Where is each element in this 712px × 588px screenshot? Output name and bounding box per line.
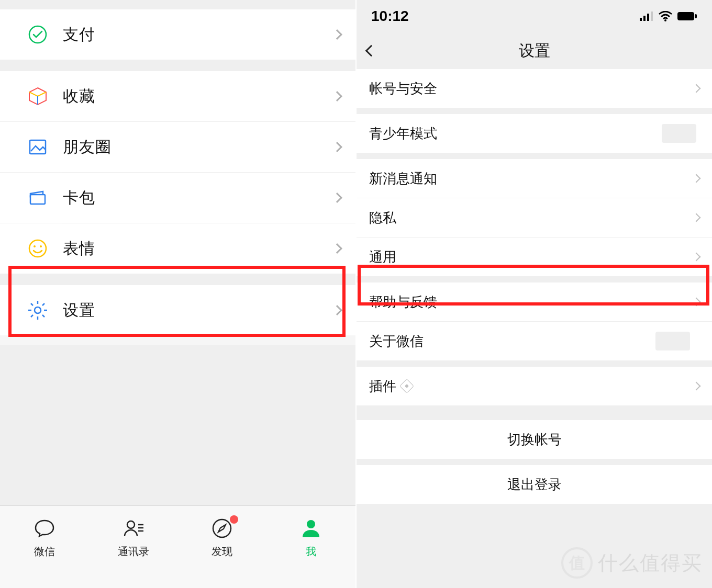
row-about[interactable]: 关于微信 bbox=[357, 322, 712, 360]
wifi-icon bbox=[659, 11, 672, 21]
svg-rect-21 bbox=[640, 18, 642, 21]
svg-rect-23 bbox=[647, 14, 649, 21]
row-logout[interactable]: 退出登录 bbox=[357, 465, 712, 504]
svg-rect-24 bbox=[651, 12, 653, 21]
row-emoji[interactable]: 表情 bbox=[0, 223, 355, 274]
status-time: 10:12 bbox=[371, 8, 409, 25]
row-moments-label: 朋友圈 bbox=[63, 137, 333, 158]
contacts-icon bbox=[123, 517, 144, 539]
notification-badge bbox=[230, 515, 238, 524]
left-screen: 支付 收藏 bbox=[0, 0, 357, 588]
row-teen-mode[interactable]: 青少年模式 bbox=[357, 114, 712, 153]
svg-point-3 bbox=[29, 240, 46, 257]
chevron-right-icon bbox=[692, 174, 701, 183]
chevron-right-icon bbox=[692, 298, 701, 307]
chevron-right-icon bbox=[692, 84, 701, 93]
chat-bubble-icon bbox=[34, 517, 55, 539]
svg-line-14 bbox=[31, 315, 33, 317]
tab-chat-label: 微信 bbox=[34, 545, 55, 559]
smile-icon bbox=[24, 238, 51, 259]
signal-icon bbox=[640, 12, 653, 21]
svg-point-6 bbox=[35, 307, 41, 313]
svg-point-0 bbox=[29, 26, 46, 43]
row-emoji-label: 表情 bbox=[63, 238, 333, 259]
pay-icon bbox=[24, 24, 51, 45]
row-account-security[interactable]: 帐号与安全 bbox=[357, 69, 712, 108]
row-favorites-label: 收藏 bbox=[63, 86, 333, 107]
tab-contacts-label: 通讯录 bbox=[118, 545, 149, 559]
svg-point-19 bbox=[213, 519, 231, 537]
chevron-right-icon bbox=[332, 142, 342, 152]
tab-contacts[interactable]: 通讯录 bbox=[89, 506, 178, 588]
svg-point-5 bbox=[40, 245, 42, 247]
row-pay-label: 支付 bbox=[63, 24, 333, 46]
svg-rect-2 bbox=[30, 195, 45, 204]
blurred-badge bbox=[655, 332, 690, 350]
blurred-badge bbox=[662, 124, 696, 143]
svg-rect-26 bbox=[677, 12, 694, 20]
row-moments[interactable]: 朋友圈 bbox=[0, 122, 355, 172]
row-switch-account[interactable]: 切换帐号 bbox=[357, 420, 712, 459]
plugin-icon bbox=[399, 379, 414, 393]
left-scroll-area: 支付 收藏 bbox=[0, 0, 355, 345]
svg-point-25 bbox=[664, 19, 666, 21]
right-screen: 10:12 bbox=[357, 0, 712, 588]
row-settings-label: 设置 bbox=[63, 300, 333, 321]
row-privacy[interactable]: 隐私 bbox=[357, 198, 712, 237]
row-pay[interactable]: 支付 bbox=[0, 9, 355, 60]
chevron-right-icon bbox=[332, 305, 342, 315]
row-new-message-notify[interactable]: 新消息通知 bbox=[357, 159, 712, 198]
svg-line-11 bbox=[31, 303, 33, 306]
chevron-right-icon bbox=[692, 253, 701, 262]
svg-rect-22 bbox=[643, 16, 646, 21]
row-general[interactable]: 通用 bbox=[357, 238, 712, 276]
wallet-icon bbox=[24, 187, 51, 208]
svg-rect-27 bbox=[695, 14, 697, 18]
right-scroll-area: 帐号与安全 青少年模式 新消息通知 隐私 通用 bbox=[357, 69, 712, 588]
battery-icon bbox=[677, 12, 697, 21]
row-plugin[interactable]: 插件 bbox=[357, 367, 712, 405]
nav-title: 设置 bbox=[357, 40, 712, 62]
gear-icon bbox=[24, 300, 51, 321]
watermark: 值 什么值得买 bbox=[561, 547, 703, 579]
chevron-right-icon bbox=[332, 193, 342, 203]
row-help-feedback[interactable]: 帮助与反馈 bbox=[357, 282, 712, 321]
tab-me[interactable]: 我 bbox=[266, 506, 355, 588]
person-icon bbox=[300, 517, 322, 539]
svg-line-12 bbox=[42, 315, 44, 317]
row-settings[interactable]: 设置 bbox=[0, 285, 355, 335]
chevron-right-icon bbox=[332, 243, 342, 254]
status-bar: 10:12 bbox=[357, 0, 712, 32]
tab-discover-label: 发现 bbox=[212, 545, 232, 559]
svg-point-15 bbox=[127, 521, 135, 528]
cube-icon bbox=[24, 86, 51, 107]
svg-point-20 bbox=[307, 520, 315, 528]
watermark-text: 什么值得买 bbox=[598, 550, 703, 576]
tab-me-label: 我 bbox=[306, 545, 316, 559]
svg-point-4 bbox=[34, 245, 36, 247]
watermark-badge: 值 bbox=[561, 547, 593, 579]
nav-bar: 设置 bbox=[357, 32, 712, 69]
tab-chat[interactable]: 微信 bbox=[0, 506, 89, 588]
chevron-right-icon bbox=[692, 213, 701, 222]
svg-line-13 bbox=[42, 303, 44, 306]
picture-icon bbox=[24, 137, 51, 157]
tab-bar: 微信 通讯录 发现 bbox=[0, 505, 355, 588]
row-cards-label: 卡包 bbox=[63, 187, 333, 209]
chevron-right-icon bbox=[332, 29, 342, 40]
tab-discover[interactable]: 发现 bbox=[178, 506, 267, 588]
chevron-right-icon bbox=[332, 91, 342, 101]
row-cards[interactable]: 卡包 bbox=[0, 173, 355, 223]
row-favorites[interactable]: 收藏 bbox=[0, 71, 355, 121]
chevron-right-icon bbox=[692, 382, 701, 391]
